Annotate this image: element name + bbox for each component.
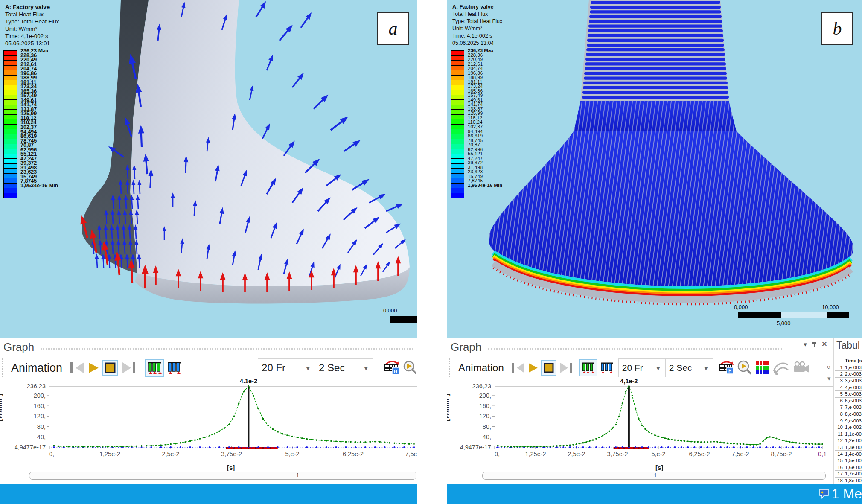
- animation-timeline-slider[interactable]: 1: [29, 472, 416, 480]
- graph-panel-b: Graph ▾ ✕ Animation: [447, 338, 833, 484]
- viewport-3d-b[interactable]: A: Factory valve Total Heat Flux Type: T…: [447, 0, 862, 338]
- table-row[interactable]: 11,e-003: [835, 364, 862, 371]
- stop-button[interactable]: [541, 360, 556, 376]
- col-header-time[interactable]: Time [s]: [844, 358, 862, 364]
- scale-ruler-a: 0,000: [383, 307, 397, 314]
- panel-a: A: Factory valve Total Heat Flux Type: T…: [0, 0, 417, 504]
- animated-zoom-icon[interactable]: [737, 360, 753, 376]
- valve-bell-texture: [489, 131, 853, 286]
- duration-dropdown[interactable]: 2 Sec▼: [665, 358, 713, 377]
- valve-3d-model-b: [447, 0, 862, 338]
- figure-label-a: a: [377, 12, 409, 45]
- table-row[interactable]: 99,e-003: [835, 417, 862, 424]
- svg-text:0,: 0,: [495, 451, 500, 457]
- svg-text:2,5e-2: 2,5e-2: [162, 451, 179, 457]
- result-header-a: A: Factory valve Total Heat Flux Type: T…: [5, 3, 59, 47]
- table-row[interactable]: 171,7e-002: [835, 471, 862, 478]
- result-title: A: Factory valve: [452, 3, 502, 11]
- svg-text:80,: 80,: [37, 423, 46, 430]
- tabular-title: Tabul: [836, 340, 862, 351]
- svg-text:80,: 80,: [483, 423, 491, 430]
- pin-icon[interactable]: [811, 341, 817, 348]
- valve-3d-model-a: [0, 0, 417, 338]
- load-steps-icon[interactable]: [167, 361, 181, 374]
- chevron-down-icon: ▼: [305, 364, 311, 372]
- table-row[interactable]: 88,e-003: [835, 411, 862, 417]
- load-steps-icon[interactable]: [600, 362, 614, 374]
- go-to-start-button[interactable]: [70, 362, 86, 374]
- chevron-down-icon: ▼: [363, 364, 369, 372]
- x-axis-label: [s]: [655, 464, 663, 471]
- play-button[interactable]: [528, 362, 539, 373]
- table-row[interactable]: 33,e-003: [835, 377, 862, 384]
- play-button[interactable]: [88, 362, 99, 374]
- graph-title: Graph: [451, 341, 481, 354]
- result-sets-icon[interactable]: [145, 359, 164, 377]
- scale-ruler-b: 0,000 10,000 5,000: [734, 304, 748, 310]
- threaded-stem: [582, 1, 729, 99]
- viewport-3d-a[interactable]: A: Factory valve Total Heat Flux Type: T…: [0, 0, 417, 338]
- svg-text:0,1: 0,1: [818, 451, 827, 457]
- svg-text:40,: 40,: [483, 434, 491, 440]
- svg-text:3,75e-2: 3,75e-2: [221, 451, 242, 457]
- figure-label-b: b: [821, 12, 853, 45]
- frames-dropdown[interactable]: 20 Fr▼: [618, 358, 665, 377]
- svg-text:8,75e-2: 8,75e-2: [771, 451, 792, 457]
- pane-menu-caret-icon[interactable]: ▾: [804, 341, 807, 348]
- table-row[interactable]: 131,3e-002: [835, 444, 862, 451]
- table-row[interactable]: 77,e-003: [835, 404, 862, 411]
- go-to-end-button[interactable]: [559, 362, 573, 373]
- heat-flux-chart-a: 4,9477e-1740,80,120,160,200,236,230,1,25…: [0, 379, 417, 465]
- tabular-table: Time [s]11,e-00322,e-00333,e-00344,e-003…: [835, 358, 862, 484]
- svg-text:5,e-2: 5,e-2: [651, 451, 665, 457]
- message-count-label[interactable]: 1 Me: [832, 486, 862, 502]
- frames-dropdown[interactable]: 20 Fr▼: [258, 358, 315, 377]
- table-row[interactable]: 55,e-003: [835, 390, 862, 397]
- table-row[interactable]: 44,e-003: [835, 384, 862, 391]
- divider: [488, 348, 782, 350]
- svg-text:H: H: [728, 369, 731, 373]
- go-to-end-button[interactable]: [121, 362, 136, 374]
- table-row[interactable]: 151,5e-002: [835, 457, 862, 464]
- stop-button[interactable]: [102, 360, 118, 376]
- svg-text:4,9477e-17: 4,9477e-17: [460, 444, 491, 451]
- table-row[interactable]: 161,6e-002: [835, 464, 862, 471]
- export-video-icon[interactable]: H: [719, 361, 735, 375]
- graph-title: Graph: [3, 341, 34, 354]
- svg-text:4,1e-2: 4,1e-2: [620, 379, 638, 385]
- collapse-chevrons-icon[interactable]: »: [824, 366, 833, 369]
- table-row[interactable]: 121,2e-002: [835, 437, 862, 444]
- close-icon[interactable]: ✕: [821, 340, 827, 349]
- animation-timeline-slider[interactable]: 1: [482, 472, 826, 480]
- chevron-down-icon: ▼: [703, 364, 709, 372]
- result-sets-icon[interactable]: [579, 359, 597, 376]
- table-row[interactable]: 101,e-002: [835, 424, 862, 431]
- result-color-bars-icon[interactable]: [755, 361, 770, 375]
- svg-text:4,9477e-17: 4,9477e-17: [15, 444, 46, 451]
- svg-text:0,: 0,: [49, 451, 54, 457]
- svg-text:5,e-2: 5,e-2: [285, 451, 299, 457]
- svg-text:160,: 160,: [479, 402, 491, 409]
- camera-icon-disabled: [792, 361, 811, 375]
- svg-text:236,23: 236,23: [27, 383, 46, 390]
- animated-zoom-icon[interactable]: [403, 361, 417, 375]
- table-row[interactable]: 66,e-003: [835, 397, 862, 404]
- expand-caret-icon[interactable]: ▾: [827, 373, 831, 384]
- export-video-icon[interactable]: H: [384, 361, 401, 375]
- svg-text:3,75e-2: 3,75e-2: [607, 451, 628, 457]
- panel-b: A: Factory valve Total Heat Flux Type: T…: [447, 0, 862, 504]
- go-to-start-button[interactable]: [512, 362, 526, 373]
- table-row[interactable]: 141,4e-002: [835, 451, 862, 457]
- svg-text:120,: 120,: [34, 413, 46, 420]
- toolbar-drag-handle[interactable]: [2, 358, 5, 377]
- svg-text:200,: 200,: [34, 392, 46, 399]
- heat-flux-chart-b: 4,9477e-1740,80,120,160,200,236,230,1,25…: [447, 379, 833, 465]
- toolbar-drag-handle[interactable]: [449, 358, 452, 377]
- slider-value: 1: [296, 472, 299, 478]
- table-row[interactable]: 111,1e-002: [835, 431, 862, 437]
- tabular-data-panel: Tabul Time [s]11,e-00322,e-00333,e-00344…: [833, 338, 862, 484]
- table-row[interactable]: 22,e-003: [835, 371, 862, 378]
- duration-dropdown[interactable]: 2 Sec▼: [315, 358, 373, 377]
- table-row[interactable]: 181,8e-002: [835, 477, 862, 484]
- svg-text:1,25e-2: 1,25e-2: [99, 451, 120, 457]
